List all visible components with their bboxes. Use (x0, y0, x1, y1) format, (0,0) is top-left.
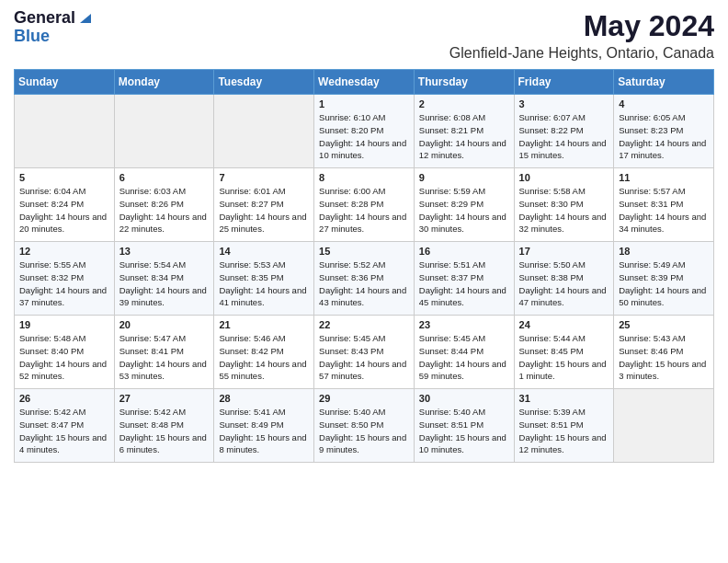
day-info: Sunrise: 5:47 AM Sunset: 8:41 PM Dayligh… (119, 332, 210, 383)
day-number: 1 (319, 98, 409, 109)
day-info: Sunrise: 5:49 AM Sunset: 8:39 PM Dayligh… (619, 259, 709, 309)
calendar-cell: 13Sunrise: 5:54 AM Sunset: 8:34 PM Dayli… (114, 242, 214, 316)
week-row-3: 12Sunrise: 5:55 AM Sunset: 8:32 PM Dayli… (15, 242, 714, 316)
calendar-body: 1Sunrise: 6:10 AM Sunset: 8:20 PM Daylig… (15, 95, 714, 463)
day-info: Sunrise: 5:42 AM Sunset: 8:48 PM Dayligh… (119, 406, 210, 456)
calendar-cell: 6Sunrise: 6:03 AM Sunset: 8:26 PM Daylig… (114, 168, 214, 242)
calendar-cell: 19Sunrise: 5:48 AM Sunset: 8:40 PM Dayli… (15, 316, 115, 389)
day-info: Sunrise: 6:03 AM Sunset: 8:26 PM Dayligh… (119, 185, 210, 236)
day-info: Sunrise: 5:40 AM Sunset: 8:51 PM Dayligh… (419, 406, 509, 456)
week-row-1: 1Sunrise: 6:10 AM Sunset: 8:20 PM Daylig… (15, 95, 714, 168)
calendar-cell (15, 95, 115, 168)
day-number: 27 (119, 393, 210, 404)
week-row-4: 19Sunrise: 5:48 AM Sunset: 8:40 PM Dayli… (15, 316, 714, 389)
week-row-2: 5Sunrise: 6:04 AM Sunset: 8:24 PM Daylig… (15, 168, 714, 242)
day-info: Sunrise: 5:54 AM Sunset: 8:34 PM Dayligh… (119, 259, 210, 309)
calendar-cell: 21Sunrise: 5:46 AM Sunset: 8:42 PM Dayli… (214, 316, 314, 389)
day-info: Sunrise: 5:58 AM Sunset: 8:30 PM Dayligh… (519, 185, 609, 236)
day-number: 10 (519, 172, 609, 183)
calendar-cell: 25Sunrise: 5:43 AM Sunset: 8:46 PM Dayli… (614, 316, 714, 389)
day-info: Sunrise: 5:51 AM Sunset: 8:37 PM Dayligh… (419, 259, 509, 309)
calendar-table: SundayMondayTuesdayWednesdayThursdayFrid… (14, 69, 714, 463)
logo-general: General (14, 9, 75, 28)
week-row-5: 26Sunrise: 5:42 AM Sunset: 8:47 PM Dayli… (15, 389, 714, 463)
day-number: 21 (219, 319, 309, 330)
calendar-cell: 11Sunrise: 5:57 AM Sunset: 8:31 PM Dayli… (614, 168, 714, 242)
calendar-cell: 3Sunrise: 6:07 AM Sunset: 8:22 PM Daylig… (514, 95, 614, 168)
calendar-header: SundayMondayTuesdayWednesdayThursdayFrid… (15, 70, 714, 95)
day-info: Sunrise: 5:52 AM Sunset: 8:36 PM Dayligh… (319, 259, 409, 309)
calendar-cell: 27Sunrise: 5:42 AM Sunset: 8:48 PM Dayli… (114, 389, 214, 463)
calendar-cell: 30Sunrise: 5:40 AM Sunset: 8:51 PM Dayli… (414, 389, 514, 463)
location-title: Glenfield-Jane Heights, Ontario, Canada (449, 45, 714, 62)
day-info: Sunrise: 6:00 AM Sunset: 8:28 PM Dayligh… (319, 185, 409, 236)
day-number: 11 (619, 172, 709, 183)
calendar-cell: 8Sunrise: 6:00 AM Sunset: 8:28 PM Daylig… (314, 168, 415, 242)
logo-blue: Blue (14, 28, 50, 46)
header-day-sunday: Sunday (15, 70, 115, 95)
calendar-cell: 9Sunrise: 5:59 AM Sunset: 8:29 PM Daylig… (414, 168, 514, 242)
day-info: Sunrise: 6:08 AM Sunset: 8:21 PM Dayligh… (419, 111, 509, 162)
calendar-cell: 1Sunrise: 6:10 AM Sunset: 8:20 PM Daylig… (314, 95, 415, 168)
title-section: May 2024 Glenfield-Jane Heights, Ontario… (449, 9, 714, 62)
day-info: Sunrise: 5:53 AM Sunset: 8:35 PM Dayligh… (219, 259, 309, 309)
header-day-thursday: Thursday (414, 70, 514, 95)
day-info: Sunrise: 5:50 AM Sunset: 8:38 PM Dayligh… (519, 259, 609, 309)
day-number: 22 (319, 319, 409, 330)
day-number: 24 (519, 319, 609, 330)
day-info: Sunrise: 5:48 AM Sunset: 8:40 PM Dayligh… (19, 332, 109, 383)
header-day-friday: Friday (514, 70, 614, 95)
day-info: Sunrise: 5:45 AM Sunset: 8:44 PM Dayligh… (419, 332, 509, 383)
svg-marker-0 (80, 14, 91, 23)
day-number: 13 (119, 246, 210, 257)
header-day-wednesday: Wednesday (314, 70, 415, 95)
calendar-cell: 16Sunrise: 5:51 AM Sunset: 8:37 PM Dayli… (414, 242, 514, 316)
calendar-cell: 4Sunrise: 6:05 AM Sunset: 8:23 PM Daylig… (614, 95, 714, 168)
day-info: Sunrise: 5:42 AM Sunset: 8:47 PM Dayligh… (19, 406, 109, 456)
header-row: SundayMondayTuesdayWednesdayThursdayFrid… (15, 70, 714, 95)
header-day-tuesday: Tuesday (214, 70, 314, 95)
day-info: Sunrise: 5:45 AM Sunset: 8:43 PM Dayligh… (319, 332, 409, 383)
day-number: 3 (519, 98, 609, 109)
day-info: Sunrise: 5:46 AM Sunset: 8:42 PM Dayligh… (219, 332, 309, 383)
day-number: 2 (419, 98, 509, 109)
day-number: 19 (19, 319, 109, 330)
header-day-monday: Monday (114, 70, 214, 95)
day-info: Sunrise: 6:04 AM Sunset: 8:24 PM Dayligh… (19, 185, 109, 236)
day-number: 18 (619, 246, 709, 257)
day-info: Sunrise: 5:55 AM Sunset: 8:32 PM Dayligh… (19, 259, 109, 309)
calendar-cell: 28Sunrise: 5:41 AM Sunset: 8:49 PM Dayli… (214, 389, 314, 463)
day-number: 9 (419, 172, 509, 183)
calendar-cell: 12Sunrise: 5:55 AM Sunset: 8:32 PM Dayli… (15, 242, 115, 316)
day-number: 6 (119, 172, 210, 183)
day-info: Sunrise: 6:10 AM Sunset: 8:20 PM Dayligh… (319, 111, 409, 162)
day-number: 15 (319, 246, 409, 257)
day-number: 7 (219, 172, 309, 183)
day-number: 5 (19, 172, 109, 183)
page-header: General Blue May 2024 Glenfield-Jane Hei… (14, 9, 714, 62)
day-info: Sunrise: 5:41 AM Sunset: 8:49 PM Dayligh… (219, 406, 309, 456)
day-number: 14 (219, 246, 309, 257)
day-number: 26 (19, 393, 109, 404)
day-number: 20 (119, 319, 210, 330)
calendar-cell: 23Sunrise: 5:45 AM Sunset: 8:44 PM Dayli… (414, 316, 514, 389)
day-number: 28 (219, 393, 309, 404)
day-number: 31 (519, 393, 609, 404)
calendar-cell (214, 95, 314, 168)
calendar-cell: 5Sunrise: 6:04 AM Sunset: 8:24 PM Daylig… (15, 168, 115, 242)
day-number: 16 (419, 246, 509, 257)
calendar-cell: 18Sunrise: 5:49 AM Sunset: 8:39 PM Dayli… (614, 242, 714, 316)
header-day-saturday: Saturday (614, 70, 714, 95)
day-number: 8 (319, 172, 409, 183)
day-info: Sunrise: 6:01 AM Sunset: 8:27 PM Dayligh… (219, 185, 309, 236)
calendar-cell: 7Sunrise: 6:01 AM Sunset: 8:27 PM Daylig… (214, 168, 314, 242)
day-number: 25 (619, 319, 709, 330)
calendar-cell: 24Sunrise: 5:44 AM Sunset: 8:45 PM Dayli… (514, 316, 614, 389)
calendar-cell (614, 389, 714, 463)
day-number: 12 (19, 246, 109, 257)
day-number: 4 (619, 98, 709, 109)
day-number: 23 (419, 319, 509, 330)
calendar-cell: 10Sunrise: 5:58 AM Sunset: 8:30 PM Dayli… (514, 168, 614, 242)
day-info: Sunrise: 5:39 AM Sunset: 8:51 PM Dayligh… (519, 406, 609, 456)
calendar-cell: 15Sunrise: 5:52 AM Sunset: 8:36 PM Dayli… (314, 242, 415, 316)
